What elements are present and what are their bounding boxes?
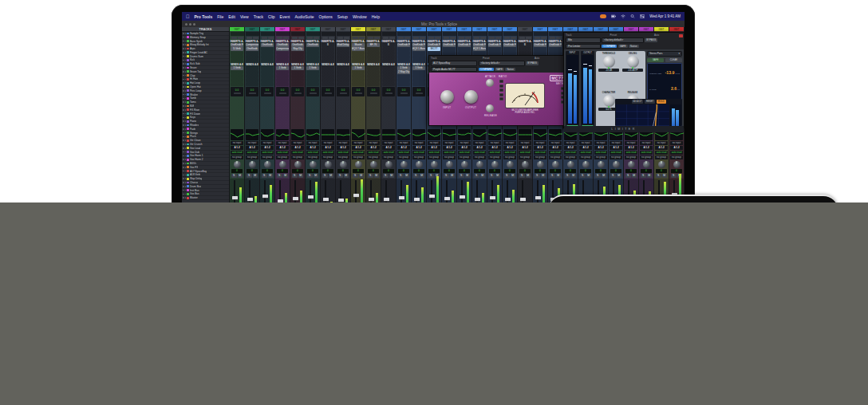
input-selector[interactable]: no input: [549, 141, 562, 145]
automation-mode-selector[interactable]: auto read: [412, 151, 425, 155]
minimize-window-button[interactable]: [189, 23, 191, 26]
mute-button[interactable]: M: [480, 174, 486, 178]
solo-button[interactable]: S: [595, 174, 601, 178]
plugin-selector[interactable]: Pro Limiter: [566, 44, 601, 49]
notification-badge[interactable]: [600, 14, 606, 18]
track-name-box[interactable]: [246, 32, 259, 36]
send-level-display[interactable]: 0.0: [397, 87, 410, 96]
volume-fader[interactable]: [444, 197, 450, 200]
send-slot[interactable]: [412, 82, 425, 86]
bypass-button[interactable]: BYPASS: [645, 38, 657, 42]
group-selector[interactable]: no group: [443, 155, 456, 159]
safe-button[interactable]: SAFE: [495, 68, 504, 72]
solo-button[interactable]: S: [383, 174, 389, 178]
group-selector[interactable]: no group: [458, 155, 471, 159]
pan-knob[interactable]: [340, 161, 347, 168]
pan-knob[interactable]: [491, 161, 499, 168]
group-selector[interactable]: no group: [503, 155, 516, 159]
track-name-box[interactable]: [306, 32, 320, 36]
input-selector[interactable]: no input: [231, 141, 243, 145]
group-selector[interactable]: no group: [594, 155, 607, 159]
reset-button[interactable]: RESET: [645, 100, 655, 104]
send-level-display[interactable]: 0.0: [231, 87, 243, 96]
group-selector[interactable]: no group: [625, 155, 637, 159]
track-name-box[interactable]: [322, 32, 335, 36]
group-selector[interactable]: no group: [579, 155, 592, 159]
volume-fader[interactable]: [429, 195, 435, 198]
automation-mode-selector[interactable]: auto read: [246, 151, 258, 155]
group-selector[interactable]: no group: [519, 155, 531, 159]
mute-button[interactable]: M: [617, 174, 622, 178]
eq-curve-thumbnail[interactable]: [443, 129, 456, 140]
send-slot[interactable]: [261, 82, 274, 86]
automation-mode-selector[interactable]: auto read: [231, 151, 243, 155]
send-level-display[interactable]: 0.0: [291, 87, 304, 96]
close-window-button[interactable]: [185, 23, 187, 26]
apple-menu-icon[interactable]: : [186, 14, 190, 19]
track-name-box[interactable]: [382, 32, 396, 36]
output-selector[interactable]: A 1-2: [549, 146, 562, 150]
eq-curve-thumbnail[interactable]: [231, 129, 243, 140]
input-selector[interactable]: no input: [610, 141, 622, 145]
automation-mode-selector[interactable]: auto read: [473, 151, 486, 155]
menu-file[interactable]: File: [217, 14, 223, 19]
group-selector[interactable]: no group: [276, 155, 289, 159]
input-selector[interactable]: no input: [352, 141, 365, 145]
output-selector[interactable]: A 1-2: [458, 146, 471, 150]
volume-fader[interactable]: [475, 198, 480, 201]
send-level-display[interactable]: 0.0: [352, 87, 365, 96]
group-selector[interactable]: no group: [337, 155, 349, 159]
input-selector[interactable]: no input: [382, 141, 395, 145]
eq-curve-thumbnail[interactable]: [428, 129, 440, 140]
clear-button[interactable]: CLEAR: [665, 58, 682, 62]
input-selector[interactable]: no input: [261, 141, 274, 145]
bypass-button[interactable]: BYPASS: [526, 61, 539, 65]
solo-button[interactable]: S: [368, 174, 373, 178]
track-name-box[interactable]: [458, 32, 471, 36]
input-selector[interactable]: no input: [246, 141, 258, 145]
mute-button[interactable]: M: [374, 174, 380, 178]
mute-button[interactable]: M: [602, 174, 607, 178]
automation-mode-selector[interactable]: auto read: [291, 151, 304, 155]
mute-button[interactable]: M: [359, 174, 365, 178]
output-selector[interactable]: A 1-2: [397, 146, 410, 150]
mute-button[interactable]: M: [314, 174, 319, 178]
solo-button[interactable]: S: [398, 174, 404, 178]
menu-edit[interactable]: Edit: [228, 14, 235, 19]
automation-mode-selector[interactable]: auto read: [337, 151, 349, 155]
output-selector[interactable]: A 1-2: [337, 146, 349, 150]
control-center-icon[interactable]: [640, 14, 645, 18]
solo-button[interactable]: S: [550, 174, 555, 178]
group-selector[interactable]: no group: [382, 155, 395, 159]
mute-button[interactable]: M: [283, 174, 289, 178]
group-selector[interactable]: no group: [322, 155, 334, 159]
pan-knob[interactable]: [507, 161, 514, 168]
battery-icon[interactable]: [611, 14, 616, 18]
track-name-box[interactable]: [352, 32, 365, 36]
menu-setup[interactable]: Setup: [337, 14, 348, 19]
input-selector[interactable]: no input: [519, 141, 531, 145]
compare-button[interactable]: COMPARE: [602, 45, 617, 49]
automation-mode-selector[interactable]: auto read: [488, 151, 501, 155]
input-selector[interactable]: no input: [367, 141, 380, 145]
input-selector[interactable]: no input: [428, 141, 440, 145]
solo-button[interactable]: S: [535, 174, 540, 178]
send-slot[interactable]: [352, 82, 365, 86]
eq-curve-thumbnail[interactable]: [397, 129, 410, 140]
output-selector[interactable]: A 1-2: [428, 146, 440, 150]
target-button[interactable]: [679, 34, 683, 38]
pan-knob[interactable]: [249, 161, 256, 168]
volume-fader[interactable]: [308, 195, 314, 199]
solo-button[interactable]: S: [353, 174, 358, 178]
track-name-box[interactable]: [397, 32, 411, 36]
volume-fader[interactable]: [460, 195, 465, 199]
menu-options[interactable]: Options: [319, 14, 333, 19]
track-name-box[interactable]: [519, 32, 532, 36]
automation-mode-selector[interactable]: auto read: [519, 151, 531, 155]
output-selector[interactable]: A 1-2: [443, 146, 456, 150]
menu-track[interactable]: Track: [254, 14, 263, 19]
input-selector[interactable]: no input: [458, 141, 471, 145]
attack-knob[interactable]: [486, 79, 494, 87]
eq-curve-thumbnail[interactable]: [337, 129, 349, 140]
send-level-display[interactable]: 0.0: [367, 87, 380, 96]
